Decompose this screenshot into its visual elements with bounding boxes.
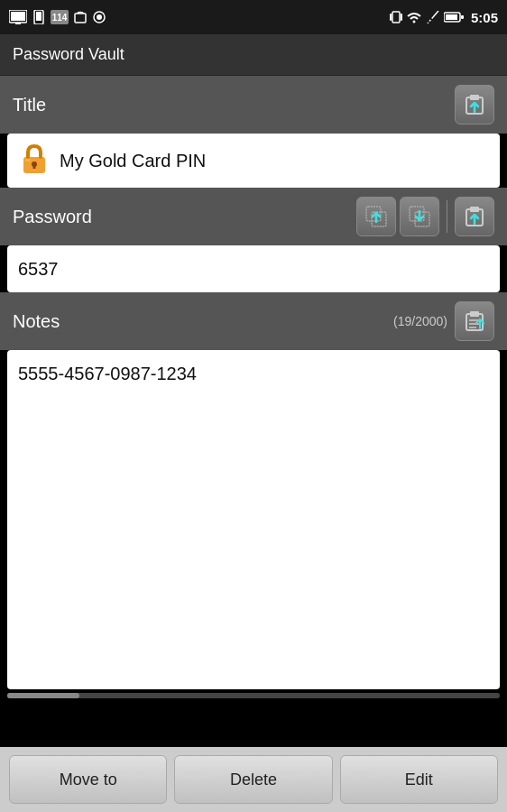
svg-text:114: 114 — [52, 13, 68, 23]
title-label: Title — [13, 95, 46, 115]
svg-point-9 — [97, 14, 102, 20]
svg-rect-12 — [401, 14, 402, 21]
status-bar-right-icons: 5:05 — [390, 10, 498, 25]
svg-rect-2 — [15, 23, 21, 24]
notes-section-header: Notes (19/2000) — [0, 292, 507, 350]
title-clipboard-button[interactable] — [455, 85, 494, 125]
notes-label: Notes — [13, 311, 60, 332]
svg-rect-7 — [75, 14, 86, 23]
clipboard-upload-icon-3 — [462, 309, 487, 334]
notes-input-container[interactable]: 5555-4567-0987-1234 — [7, 350, 500, 689]
screen-icon — [9, 10, 27, 24]
app-title: Password Vault — [13, 45, 124, 64]
svg-rect-4 — [36, 12, 41, 21]
scroll-thumb — [7, 693, 79, 698]
app-title-bar: Password Vault — [0, 34, 507, 76]
svg-rect-23 — [25, 159, 31, 161]
password-value: 6537 — [18, 259, 489, 280]
password-copy-button[interactable] — [356, 197, 396, 236]
password-label: Password — [13, 207, 92, 227]
password-clipboard-button[interactable] — [455, 197, 494, 236]
svg-rect-11 — [390, 14, 392, 21]
devil-icon — [92, 10, 106, 24]
svg-line-13 — [433, 11, 438, 17]
password-paste-button[interactable] — [400, 197, 439, 236]
title-value: My Gold Card PIN — [60, 151, 489, 171]
title-input-container[interactable]: My Gold Card PIN — [7, 134, 500, 188]
scroll-bar — [7, 693, 500, 698]
badge-icon: 114 — [51, 10, 69, 24]
wifi-icon — [406, 11, 422, 23]
bottom-action-bar: Move to Delete Edit — [0, 747, 507, 812]
notes-meta: (19/2000) — [393, 314, 447, 328]
edit-button[interactable]: Edit — [340, 755, 498, 804]
title-section-header: Title — [0, 76, 507, 134]
password-action-group — [356, 197, 494, 236]
divider — [447, 200, 447, 233]
phone-icon — [32, 10, 46, 24]
clipboard-upload-icon — [462, 92, 487, 117]
delete-button[interactable]: Delete — [174, 755, 332, 804]
svg-rect-10 — [392, 12, 400, 23]
svg-rect-29 — [470, 207, 479, 212]
lock-icon — [18, 143, 51, 179]
signal-icon — [426, 11, 440, 23]
status-time: 5:05 — [471, 10, 498, 25]
svg-line-14 — [428, 17, 433, 23]
move-to-button[interactable]: Move to — [9, 755, 167, 804]
bag-icon — [73, 10, 88, 24]
vibrate-icon — [390, 10, 402, 24]
password-input-container[interactable]: 6537 — [7, 245, 500, 292]
clipboard-upload-icon-2 — [462, 204, 487, 229]
svg-rect-19 — [470, 95, 479, 100]
notes-clipboard-button[interactable] — [455, 301, 494, 341]
password-section-header: Password — [0, 188, 507, 245]
svg-rect-1 — [11, 12, 25, 21]
paste-down-icon — [407, 204, 432, 229]
svg-rect-16 — [446, 14, 457, 20]
svg-rect-31 — [470, 311, 479, 317]
status-bar: 114 5:05 — [0, 0, 507, 34]
svg-rect-17 — [461, 15, 464, 19]
status-bar-left-icons: 114 — [9, 10, 106, 24]
svg-rect-22 — [33, 164, 36, 169]
notes-value: 5555-4567-0987-1234 — [18, 364, 197, 383]
battery-icon — [444, 12, 464, 23]
copy-up-icon — [364, 204, 389, 229]
